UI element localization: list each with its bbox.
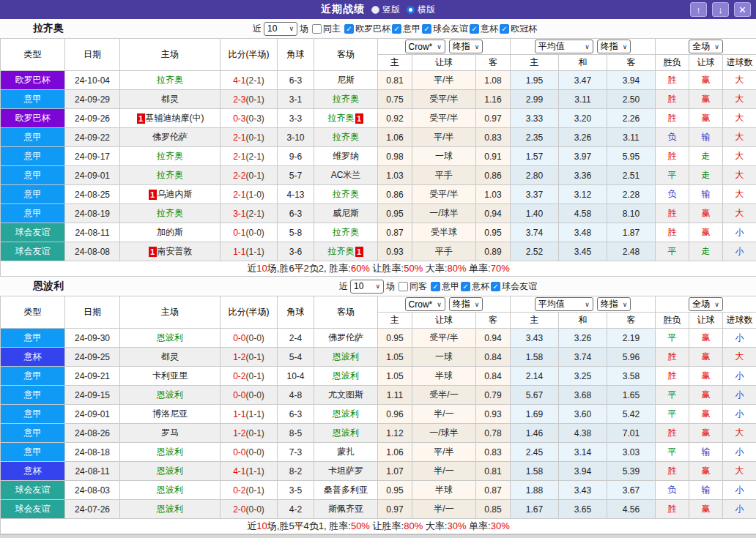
goals-result-cell: 大: [723, 185, 756, 204]
avg-home-odds: 1.67: [511, 500, 559, 519]
avg-home-odds: 3.74: [511, 223, 559, 242]
average-final-select[interactable]: 终指∨: [597, 297, 631, 311]
checkbox-checked-icon: ✓: [422, 24, 431, 34]
halftime-score: (0-1): [246, 132, 264, 143]
near-label: 近: [253, 23, 262, 35]
crow-home-odds: 1.06: [378, 443, 412, 462]
corner-count: 6-3: [278, 204, 314, 223]
crow-final-select[interactable]: 终指∨: [449, 40, 483, 53]
avg-away-odds: 1.87: [607, 223, 656, 242]
league-checkbox[interactable]: ✓欧冠杯: [500, 23, 537, 35]
summary-text: 近10场,胜5平4负1, 胜率:50% 让胜率:80% 大率:30% 单率:30…: [1, 519, 756, 534]
crow-provider-select[interactable]: Crow*∨: [405, 297, 445, 311]
same-side-checkbox[interactable]: 同客: [399, 280, 427, 293]
crow-away-odds: 0.83: [476, 128, 511, 147]
avg-draw-odds: 3.94: [559, 462, 607, 481]
col-header-crow-home: 主: [378, 313, 412, 329]
crow-group-header: Crow*∨ 终指∨: [378, 39, 511, 55]
avg-away-odds: 5.39: [607, 462, 656, 481]
col-header-score: 比分(半场): [220, 39, 278, 71]
home-team-name: 拉齐奥: [157, 151, 183, 161]
league-checkbox[interactable]: ✓意甲: [431, 280, 459, 293]
away-team: AC米兰: [314, 166, 378, 185]
league-badge: 意杯: [1, 348, 65, 367]
summary-segment: 60%: [351, 263, 370, 274]
chevron-down-icon: ∨: [475, 43, 480, 51]
crow-handicap: 半球: [412, 367, 476, 386]
move-down-button[interactable]: ↓: [712, 2, 729, 17]
avg-home-odds: 1.69: [511, 405, 559, 424]
league-checkbox[interactable]: ✓意杯: [470, 23, 498, 35]
scope-select[interactable]: 全场∨: [689, 297, 723, 311]
home-team-name: 恩波利: [157, 485, 183, 495]
match-count-select[interactable]: 10∨: [264, 22, 297, 36]
avg-draw-odds: 4.58: [559, 204, 607, 223]
handicap-result-cell: 赢: [689, 462, 723, 481]
league-checkbox[interactable]: ✓球会友谊: [422, 23, 468, 35]
match-row: 意甲24-08-26罗马1-2(0-1)8-5恩波利1.12一/球半0.781.…: [1, 424, 756, 443]
handicap-result-cell: 走: [689, 147, 723, 166]
avg-home-odds: 3.37: [511, 185, 559, 204]
average-select[interactable]: 平均值∨: [535, 297, 593, 311]
score: 4-1(2-1): [220, 71, 278, 90]
match-row: 意甲24-08-18恩波利0-0(0-0)7-3蒙扎1.06平/半0.832.4…: [1, 443, 756, 462]
layout-radio-vertical[interactable]: 竖版: [371, 4, 400, 16]
league-checkbox[interactable]: ✓意甲: [392, 23, 420, 35]
fulltime-score: 0-3: [233, 113, 245, 124]
summary-segment: 70%: [491, 263, 510, 274]
summary-segment: 30%: [491, 520, 510, 531]
home-team: 1乌迪内斯: [120, 185, 220, 204]
checkbox-unchecked-icon: [399, 282, 408, 291]
match-row: 意甲24-09-01拉齐奥2-2(0-1)5-7AC米兰1.03平手0.862.…: [1, 166, 756, 185]
result-cell: 平: [656, 386, 689, 405]
crow-away-odds: 0.79: [476, 386, 511, 405]
avg-draw-odds: 3.36: [559, 166, 607, 185]
score: 0-0(0-0): [220, 329, 278, 348]
layout-radio-horizontal[interactable]: 横版: [407, 4, 435, 16]
away-team-name: 威尼斯: [333, 208, 359, 218]
corner-count: 5-4: [278, 348, 314, 367]
league-label: 球会友谊: [502, 280, 537, 293]
away-team-name: 恩波利: [333, 408, 359, 419]
league-checkbox[interactable]: ✓意杯: [461, 280, 489, 293]
home-team-name: 加的斯: [157, 227, 183, 237]
league-badge: 意甲: [1, 424, 65, 443]
result-cell: 负: [656, 481, 689, 500]
crow-provider-select[interactable]: Crow*∨: [405, 40, 445, 53]
halftime-score: (0-1): [246, 485, 264, 496]
close-button[interactable]: ✕: [734, 2, 751, 17]
away-team-name: 卡坦萨罗: [328, 466, 363, 476]
crow-away-odds: 0.83: [476, 443, 511, 462]
match-count-select[interactable]: 10∨: [350, 280, 384, 294]
home-team: 都灵: [120, 90, 220, 109]
league-badge: 球会友谊: [1, 500, 65, 519]
match-row: 意甲24-09-30恩波利0-0(0-0)2-4佛罗伦萨0.95受平/半0.94…: [1, 329, 756, 348]
col-header-score: 比分(半场): [220, 296, 278, 329]
scope-select[interactable]: 全场∨: [689, 40, 723, 53]
summary-segment: 单率:: [466, 263, 490, 274]
col-header-goals: 进球数: [723, 55, 756, 71]
crow-home-odds: 1.03: [378, 166, 412, 185]
crow-final-select[interactable]: 终指∨: [449, 297, 483, 311]
avg-home-odds: 3.43: [511, 329, 559, 348]
match-date: 24-08-08: [65, 242, 120, 261]
away-team: 恩波利: [314, 348, 378, 367]
filter-row: 恩波利 近 10∨ 场 同客 ✓意甲✓意杯✓球会友谊: [0, 277, 756, 296]
results-table: 类型 日期 主场 比分(半场) 角球 客场 Crow*∨ 终指∨ 平均值: [0, 296, 756, 534]
halftime-score: (0-1): [246, 94, 264, 105]
league-checkbox[interactable]: ✓欧罗巴杯: [344, 23, 390, 35]
result-cell: 负: [656, 185, 689, 204]
crow-handicap: 受平/半: [412, 329, 476, 348]
checkbox-checked-icon: ✓: [500, 24, 509, 34]
league-checkbox[interactable]: ✓球会友谊: [491, 280, 537, 293]
avg-home-odds: 2.52: [511, 242, 559, 261]
match-date: 24-09-01: [65, 166, 120, 185]
move-up-button[interactable]: ↑: [690, 2, 707, 17]
crow-away-odds: 0.93: [476, 405, 511, 424]
same-side-checkbox[interactable]: 同主: [312, 23, 341, 35]
halftime-score: (2-1): [246, 152, 264, 162]
average-final-select[interactable]: 终指∨: [597, 40, 631, 53]
crow-home-odds: 0.95: [378, 481, 412, 500]
average-select[interactable]: 平均值∨: [535, 40, 593, 53]
away-team: 拉齐奥1: [314, 242, 378, 261]
